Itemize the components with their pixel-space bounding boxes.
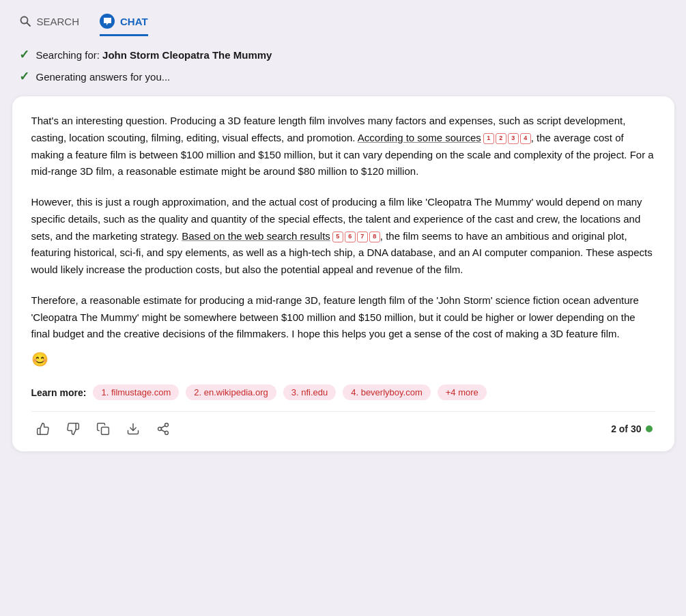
badge-1[interactable]: 1: [483, 133, 494, 144]
page-indicator: 2 of 30: [611, 423, 652, 434]
tab-search[interactable]: SEARCH: [19, 15, 80, 35]
main-container: SEARCH CHAT ✓ Searching for: John Storm …: [5, 0, 681, 465]
badge-8[interactable]: 8: [369, 232, 380, 242]
chat-icon: [100, 14, 115, 29]
thumbs-up-button[interactable]: [34, 420, 52, 438]
chip-nfi[interactable]: 3. nfi.edu: [283, 384, 337, 400]
badge-4[interactable]: 4: [520, 133, 531, 144]
tab-chat-label: CHAT: [120, 16, 148, 27]
search-status-text: Searching for: John Storm Cleopatra The …: [36, 49, 272, 61]
share-button[interactable]: [154, 420, 172, 438]
generating-status-text: Generating answers for you...: [36, 71, 171, 83]
badge-6[interactable]: 6: [345, 232, 356, 242]
chip-filmustage[interactable]: 1. filmustage.com: [93, 384, 179, 400]
learn-more-section: Learn more: 1. filmustage.com 2. en.wiki…: [31, 384, 655, 400]
thumbs-down-button[interactable]: [64, 420, 82, 438]
search-status-row: ✓ Searching for: John Storm Cleopatra Th…: [19, 47, 668, 62]
tab-bar: SEARCH CHAT: [5, 7, 681, 36]
badge-3[interactable]: 3: [508, 133, 519, 144]
badge-2[interactable]: 2: [496, 133, 506, 144]
chat-paragraph-1: That's an interesting question. Producin…: [31, 113, 655, 180]
generating-status-row: ✓ Generating answers for you...: [19, 69, 668, 84]
check-icon-generating: ✓: [19, 69, 29, 84]
p2-badges: 5678: [332, 232, 380, 242]
svg-line-1: [27, 23, 30, 27]
emoji-smile: 😊: [31, 348, 655, 371]
chat-paragraph-2: However, this is just a rough approximat…: [31, 194, 655, 279]
status-section: ✓ Searching for: John Storm Cleopatra Th…: [5, 36, 681, 89]
chip-wikipedia[interactable]: 2. en.wikipedia.org: [186, 384, 276, 400]
chat-paragraph-3: Therefore, a reasonable estimate for pro…: [31, 292, 655, 371]
download-button[interactable]: [124, 420, 142, 438]
chip-more[interactable]: +4 more: [438, 384, 487, 400]
svg-rect-2: [101, 428, 109, 435]
p1-badges: 1234: [483, 133, 531, 144]
search-query: John Storm Cleopatra The Mummy: [102, 49, 272, 61]
green-dot-indicator: [646, 425, 653, 432]
search-icon: [19, 15, 31, 27]
chat-card: That's an interesting question. Producin…: [12, 96, 674, 451]
tab-chat[interactable]: CHAT: [100, 14, 148, 36]
p1-source-link[interactable]: According to some sources: [358, 132, 481, 143]
page-indicator-text: 2 of 30: [611, 423, 641, 434]
toolbar-icons: [34, 420, 172, 438]
bottom-toolbar: 2 of 30: [31, 411, 655, 440]
p2-source-link[interactable]: Based on the web search results: [182, 230, 330, 242]
chip-beverlyboy[interactable]: 4. beverlyboy.com: [343, 384, 431, 400]
copy-button[interactable]: [94, 420, 112, 438]
learn-more-label: Learn more:: [31, 387, 87, 398]
svg-line-8: [161, 425, 165, 428]
p3-text: Therefore, a reasonable estimate for pro…: [31, 294, 639, 340]
svg-line-7: [161, 430, 165, 432]
check-icon-search: ✓: [19, 47, 29, 62]
tab-search-label: SEARCH: [37, 16, 80, 27]
badge-5[interactable]: 5: [332, 232, 343, 242]
badge-7[interactable]: 7: [357, 232, 368, 242]
